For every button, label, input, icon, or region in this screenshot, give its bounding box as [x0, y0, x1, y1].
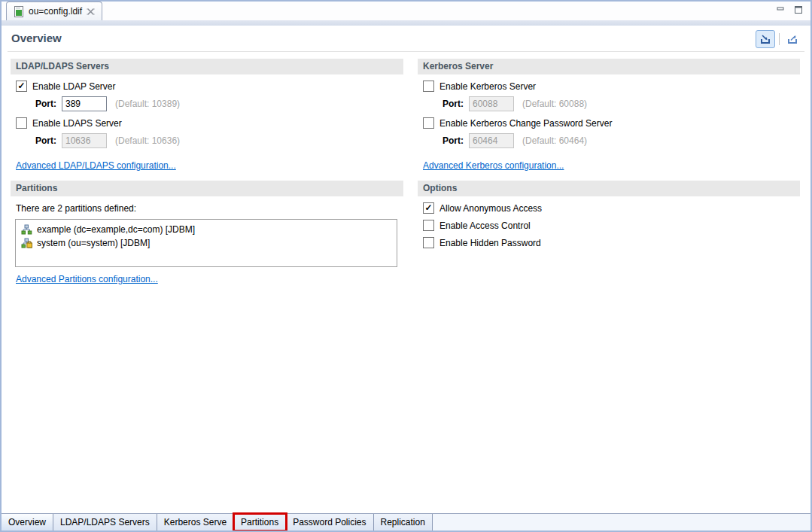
maximize-icon[interactable]: [794, 5, 803, 14]
changepw-port-default: (Default: 60464): [522, 135, 587, 146]
close-icon[interactable]: [87, 8, 95, 16]
enable-hidden-password-checkbox[interactable]: [423, 237, 434, 248]
enable-access-control-checkbox[interactable]: [423, 220, 434, 231]
partitions-summary: There are 2 partitions defined:: [16, 203, 403, 214]
changepw-port-row: Port: (Default: 60464): [418, 133, 800, 148]
editor-tabbar: ou=config.ldif: [2, 2, 810, 20]
enable-changepw-label: Enable Kerberos Change Password Server: [439, 118, 612, 129]
page-title: Overview: [11, 32, 62, 44]
advanced-ldap-link[interactable]: Advanced LDAP/LDAPS configuration...: [16, 160, 176, 171]
section-header-options: Options: [418, 181, 800, 196]
kerberos-port-default: (Default: 60088): [522, 99, 587, 109]
ldaps-port-default: (Default: 10636): [115, 135, 180, 146]
toolbar-separator: [779, 33, 780, 45]
section-header-kerberos: Kerberos Server: [418, 59, 800, 74]
partition-label: system (ou=system) [JDBM]: [37, 238, 150, 248]
left-column: LDAP/LDAPS Servers ✓ Enable LDAP Server …: [11, 59, 403, 284]
changepw-port-label: Port:: [418, 135, 464, 146]
enable-changepw-checkbox[interactable]: [423, 117, 434, 129]
section-header-partitions: Partitions: [11, 181, 403, 196]
tab-password-policies[interactable]: Password Policies: [286, 514, 373, 530]
allow-anonymous-checkbox[interactable]: ✓: [423, 202, 434, 214]
kerberos-port-label: Port:: [418, 99, 464, 109]
advanced-kerberos-link[interactable]: Advanced Kerberos configuration...: [423, 160, 564, 171]
import-icon[interactable]: [756, 30, 775, 48]
form-header: Overview: [2, 26, 810, 51]
ldap-port-row: Port: (Default: 10389): [11, 96, 403, 111]
ldap-port-label: Port:: [11, 99, 56, 109]
enable-access-control-label: Enable Access Control: [439, 220, 531, 231]
ldif-file-icon: [14, 6, 24, 17]
tab-overview[interactable]: Overview: [2, 514, 53, 530]
partition-lock-icon: [21, 238, 32, 248]
editor-tab-title: ou=config.ldif: [29, 6, 82, 17]
enable-ldaps-label: Enable LDAPS Server: [32, 118, 122, 129]
enable-hidden-password-label: Enable Hidden Password: [439, 238, 541, 248]
editor-tab-ou-config[interactable]: ou=config.ldif: [6, 2, 102, 20]
enable-ldap-label: Enable LDAP Server: [32, 81, 116, 92]
tab-partitions[interactable]: Partitions: [234, 514, 286, 530]
allow-anonymous-row: ✓ Allow Anonymous Access: [423, 202, 800, 214]
ldaps-port-input: [62, 133, 107, 148]
ldaps-port-label: Port:: [11, 135, 56, 146]
partition-list-item[interactable]: system (ou=system) [JDBM]: [16, 236, 397, 250]
form-toolbar: [756, 30, 801, 48]
tab-kerberos-server[interactable]: Kerberos Serve: [157, 514, 234, 530]
header-separator: [8, 51, 804, 52]
partitions-list[interactable]: example (dc=example,dc=com) [JDBM] syste…: [15, 219, 397, 267]
section-header-ldap: LDAP/LDAPS Servers: [11, 59, 403, 74]
partition-label: example (dc=example,dc=com) [JDBM]: [37, 224, 195, 235]
enable-kerberos-checkbox[interactable]: [423, 81, 434, 92]
kerberos-port-input: [469, 96, 514, 111]
ldap-port-default: (Default: 10389): [115, 99, 180, 109]
advanced-partitions-link[interactable]: Advanced Partitions configuration...: [16, 274, 158, 284]
bottom-tabbar: Overview LDAP/LDAPS Servers Kerberos Ser…: [2, 513, 810, 530]
window-controls: [776, 5, 803, 14]
enable-hidden-password-row: Enable Hidden Password: [423, 237, 800, 248]
changepw-port-input: [469, 133, 514, 148]
enable-ldaps-row: Enable LDAPS Server: [16, 117, 403, 129]
enable-kerberos-label: Enable Kerberos Server: [439, 81, 536, 92]
right-column: Kerberos Server Enable Kerberos Server P…: [418, 59, 800, 248]
kerberos-port-row: Port: (Default: 60088): [418, 96, 800, 111]
enable-kerberos-row: Enable Kerberos Server: [423, 81, 800, 92]
partition-list-item[interactable]: example (dc=example,dc=com) [JDBM]: [16, 223, 397, 236]
partition-icon: [21, 224, 32, 235]
tab-replication[interactable]: Replication: [374, 514, 433, 530]
minimize-icon[interactable]: [776, 5, 785, 14]
config-editor-window: ou=config.ldif Overview: [0, 0, 812, 532]
enable-ldap-row: ✓ Enable LDAP Server: [16, 81, 403, 92]
enable-access-control-row: Enable Access Control: [423, 220, 800, 231]
ldaps-port-row: Port: (Default: 10636): [11, 133, 403, 148]
ldap-port-input[interactable]: [62, 96, 107, 111]
enable-changepw-row: Enable Kerberos Change Password Server: [423, 117, 800, 129]
export-icon[interactable]: [783, 31, 801, 47]
tab-ldap-ldaps-servers[interactable]: LDAP/LDAPS Servers: [53, 514, 157, 530]
enable-ldaps-checkbox[interactable]: [16, 117, 27, 129]
enable-ldap-checkbox[interactable]: ✓: [16, 81, 27, 92]
allow-anonymous-label: Allow Anonymous Access: [439, 203, 542, 214]
